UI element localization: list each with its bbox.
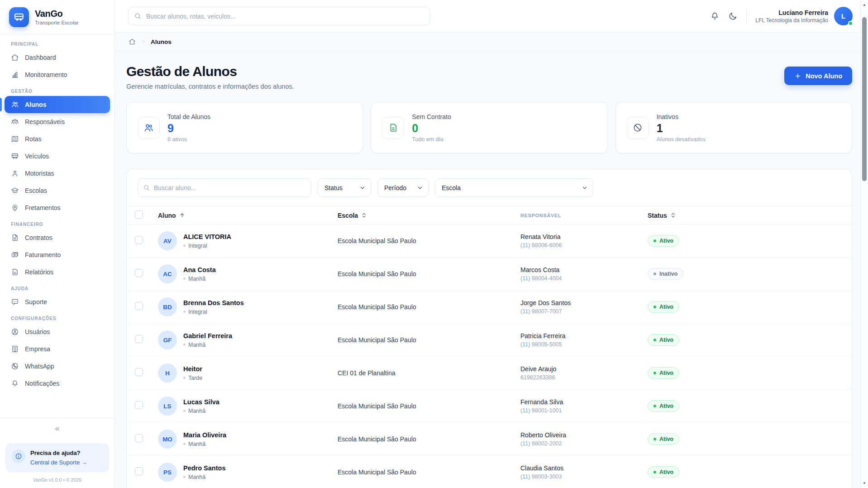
student-period: Tarde [183, 375, 202, 381]
chevron-down-icon [359, 185, 366, 191]
sidebar-collapse-button[interactable]: « [0, 418, 114, 439]
stat-value: 9 [167, 122, 210, 135]
bus-icon [9, 7, 29, 27]
guardian-name: Fernanda Silva [520, 398, 648, 406]
table-row[interactable]: H Heitor Tarde CEI 01 de Planaltina Deiv… [127, 357, 852, 390]
status-dot-icon [653, 405, 656, 407]
table-row[interactable]: BD Brenna Dos Santos Integral Escola Mun… [127, 291, 852, 324]
guardian-name: Roberto Oliveira [520, 431, 648, 439]
row-checkbox[interactable] [135, 236, 143, 244]
bell-icon[interactable] [710, 11, 720, 21]
user-org: LFL Tecnologia da Informação [755, 17, 828, 24]
student-period: Manhã [183, 441, 226, 447]
sidebar-item-contratos[interactable]: Contratos [5, 229, 110, 246]
moon-icon[interactable] [728, 11, 738, 21]
new-student-button[interactable]: Novo Aluno [784, 67, 852, 85]
sidebar-item-usuarios[interactable]: Usuários [5, 323, 110, 340]
sidebar-item-faturamento[interactable]: Faturamento [5, 246, 110, 263]
sidebar-item-notificacoes[interactable]: Notificações [5, 375, 110, 392]
school-name: Escola Municipal São Paulo [338, 303, 520, 311]
sidebar-item-label: Relatórios [25, 268, 53, 276]
table-row[interactable]: AV ALICE VITORIA Integral Escola Municip… [127, 225, 852, 258]
table-row[interactable]: LS Lucas Silva Manhã Escola Municipal Sã… [127, 390, 852, 423]
sidebar-item-dashboard[interactable]: Dashboard [5, 49, 110, 66]
filters-row: Status Período Escola [127, 169, 852, 206]
status-dot-icon [653, 471, 656, 474]
row-checkbox[interactable] [135, 302, 143, 310]
brand-tagline: Transporte Escolar [35, 20, 79, 25]
period-dot-icon [183, 311, 186, 313]
ban-icon [627, 117, 649, 139]
row-checkbox[interactable] [135, 434, 143, 442]
sidebar-item-label: Monitoramento [25, 71, 67, 78]
row-checkbox[interactable] [135, 368, 143, 376]
sidebar-item-alunos[interactable]: Alunos [5, 96, 110, 113]
stat-sub: Tudo em dia [412, 136, 451, 143]
whatsapp-icon [11, 362, 19, 370]
top-bar: Luciano Ferreira LFL Tecnologia da Infor… [115, 0, 868, 33]
support-center-link[interactable]: Central de Suporte → [30, 459, 87, 466]
student-avatar: H [158, 364, 177, 383]
column-header-student[interactable]: Aluno [158, 212, 338, 219]
guardian-phone: (11) 98003-3003 [520, 474, 648, 480]
status-select[interactable]: Status [318, 178, 371, 197]
sidebar-item-suporte[interactable]: Suporte [5, 293, 110, 311]
period-select[interactable]: Período [377, 178, 429, 197]
column-header-status[interactable]: Status [648, 212, 841, 219]
table-row[interactable]: PS Pedro Santos Manhã Escola Municipal S… [127, 456, 852, 488]
scroll-down-arrow-icon[interactable]: ▼ [861, 481, 868, 485]
school-name: Escola Municipal São Paulo [338, 469, 520, 476]
sidebar-item-monitoramento[interactable]: Monitoramento [5, 66, 110, 83]
sidebar-item-empresa[interactable]: Empresa [5, 340, 110, 358]
sidebar-item-escolas[interactable]: Escolas [5, 182, 110, 199]
sidebar-item-fretamentos[interactable]: Fretamentos [5, 199, 110, 216]
sidebar-item-veiculos[interactable]: Veículos [5, 148, 110, 165]
avatar[interactable]: L [834, 7, 853, 25]
school-select[interactable]: Escola [435, 178, 593, 197]
table-row[interactable]: GF Gabriel Ferreira Manhã Escola Municip… [127, 324, 852, 357]
chevron-down-icon [417, 185, 423, 191]
period-dot-icon [183, 344, 186, 346]
status-badge: Ativo [648, 301, 679, 313]
sidebar-nav: PRINCIPAL Dashboard Monitoramento GESTÃO… [0, 34, 114, 418]
sidebar-item-label: Responsáveis [25, 118, 65, 125]
table-row[interactable]: AC Ana Costa Manhã Escola Municipal São … [127, 258, 852, 291]
student-name: Maria Oliveira [183, 431, 226, 439]
table-row[interactable]: MO Maria Oliveira Manhã Escola Municipal… [127, 423, 852, 456]
table-body: AV ALICE VITORIA Integral Escola Municip… [127, 225, 852, 488]
status-dot-icon [653, 239, 656, 242]
global-search-input[interactable] [128, 7, 430, 25]
row-checkbox[interactable] [135, 269, 143, 277]
file-icon [382, 117, 404, 139]
sidebar-item-whatsapp[interactable]: WhatsApp [5, 358, 110, 375]
active-indicator [0, 98, 2, 111]
home-icon[interactable] [129, 38, 136, 45]
row-checkbox[interactable] [135, 467, 143, 475]
row-checkbox[interactable] [135, 401, 143, 409]
guardian-phone: 61982263386 [520, 374, 648, 381]
nav-section-label: AJUDA [11, 286, 104, 291]
sidebar-item-motoristas[interactable]: Motoristas [5, 165, 110, 182]
page-title: Gestão de Alunos [126, 64, 294, 79]
scroll-up-arrow-icon[interactable]: ▲ [861, 3, 868, 7]
scrollbar-thumb[interactable] [862, 17, 867, 181]
status-dot-icon [653, 273, 656, 275]
students-icon [138, 117, 160, 139]
select-all-checkbox[interactable] [135, 211, 143, 219]
user-menu[interactable]: Luciano Ferreira LFL Tecnologia da Infor… [755, 7, 853, 25]
sidebar-item-responsaveis[interactable]: Responsáveis [5, 113, 110, 130]
column-header-school[interactable]: Escola [338, 212, 520, 219]
sidebar-item-label: Notificações [25, 380, 59, 387]
bus-icon [11, 152, 19, 160]
search-icon [134, 12, 142, 20]
sidebar-item-relatorios[interactable]: Relatórios [5, 263, 110, 281]
scrollbar[interactable]: ▲ ▼ [860, 0, 868, 488]
student-period: Manhã [183, 408, 219, 414]
guardians-icon [11, 118, 19, 126]
sidebar-item-label: Veículos [25, 153, 49, 160]
sidebar: VanGo Transporte Escolar PRINCIPAL Dashb… [0, 0, 115, 488]
row-checkbox[interactable] [135, 335, 143, 343]
student-search-input[interactable] [138, 178, 311, 197]
sidebar-item-rotas[interactable]: Rotas [5, 130, 110, 148]
guardian-phone: (11) 98006-6006 [520, 242, 648, 249]
